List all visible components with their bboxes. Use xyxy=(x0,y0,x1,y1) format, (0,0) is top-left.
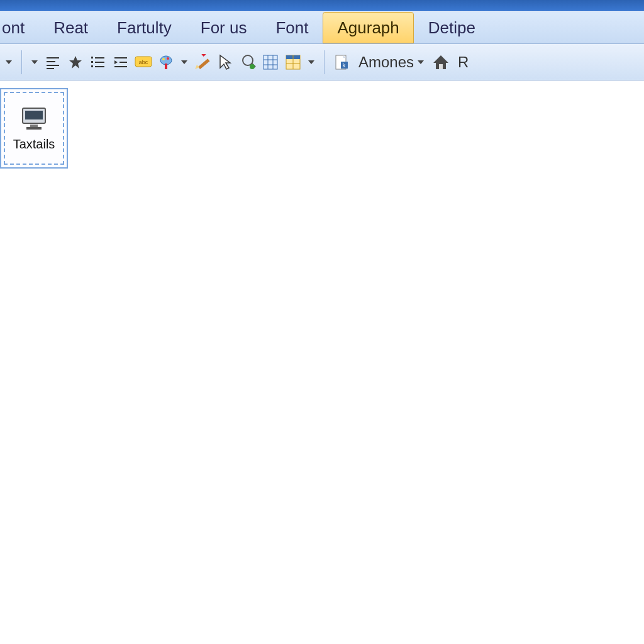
pencil-button[interactable] xyxy=(193,53,212,72)
chevron-down-icon xyxy=(6,60,12,64)
menu-item-fartulty[interactable]: Fartulty xyxy=(103,12,186,43)
svg-marker-24 xyxy=(220,55,230,69)
table-icon xyxy=(263,55,278,70)
menu-label: ont xyxy=(2,18,25,38)
svg-rect-23 xyxy=(201,54,206,57)
separator xyxy=(21,50,22,74)
align-left-button[interactable] xyxy=(43,53,62,72)
menu-label: Aguraph xyxy=(337,18,399,38)
table-button[interactable] xyxy=(261,53,280,72)
svg-rect-28 xyxy=(264,55,277,69)
list-button[interactable] xyxy=(89,53,108,72)
r-fragment[interactable]: R xyxy=(454,53,470,71)
menu-label: Reat xyxy=(53,18,88,38)
taxtails-panel[interactable]: Taxtails xyxy=(0,88,68,169)
star-button[interactable] xyxy=(66,53,85,72)
cursor-icon xyxy=(218,54,232,70)
svg-rect-10 xyxy=(91,65,93,67)
title-bar xyxy=(0,0,644,11)
svg-rect-18 xyxy=(165,64,167,69)
link-icon xyxy=(240,54,256,70)
svg-point-20 xyxy=(167,57,169,60)
doc-icon: k xyxy=(335,54,348,70)
doc-button[interactable]: k xyxy=(332,53,351,72)
toolbar: abc k Amones R xyxy=(0,44,644,80)
grid-icon xyxy=(286,55,301,70)
svg-text:k: k xyxy=(343,62,346,69)
home-button[interactable] xyxy=(431,53,450,72)
menu-item-for-us[interactable]: For us xyxy=(186,12,262,43)
svg-point-19 xyxy=(162,58,165,60)
r-label: R xyxy=(458,53,469,71)
document-area: Taxtails xyxy=(0,80,644,644)
dropdown-2[interactable] xyxy=(30,53,40,72)
svg-rect-45 xyxy=(30,125,38,127)
menu-label: Detipe xyxy=(428,18,475,38)
amones-button[interactable]: Amones xyxy=(355,53,428,71)
pencil-icon xyxy=(194,54,211,70)
link-button[interactable] xyxy=(238,53,257,72)
svg-rect-9 xyxy=(91,61,93,63)
svg-text:abc: abc xyxy=(139,59,148,65)
tag-button[interactable]: abc xyxy=(134,53,153,72)
svg-marker-14 xyxy=(114,60,118,64)
indent-button[interactable] xyxy=(111,53,130,72)
home-icon xyxy=(432,54,450,70)
amones-label: Amones xyxy=(358,53,414,71)
tag-icon: abc xyxy=(135,56,152,69)
chevron-down-icon xyxy=(31,60,38,64)
paint-button[interactable] xyxy=(157,53,175,72)
menu-item-ont[interactable]: ont xyxy=(0,12,39,43)
dropdown-1[interactable] xyxy=(4,53,14,72)
monitor-icon xyxy=(20,106,48,131)
svg-point-17 xyxy=(160,56,172,65)
grid-button[interactable] xyxy=(284,53,303,72)
paint-icon xyxy=(158,54,174,70)
taxtails-label: Taxtails xyxy=(13,137,55,152)
svg-rect-44 xyxy=(25,111,43,119)
star-icon xyxy=(69,55,82,69)
indent-icon xyxy=(113,55,128,70)
list-icon xyxy=(91,55,106,70)
grid-dropdown[interactable] xyxy=(306,53,316,72)
svg-rect-42 xyxy=(439,64,443,69)
svg-rect-8 xyxy=(91,57,93,58)
menu-item-font[interactable]: Font xyxy=(261,12,323,43)
paint-dropdown[interactable] xyxy=(179,53,189,72)
svg-marker-22 xyxy=(195,65,199,69)
menu-item-detipe[interactable]: Detipe xyxy=(414,12,490,43)
chevron-down-icon xyxy=(181,60,187,64)
svg-marker-4 xyxy=(69,56,82,69)
chevron-down-icon xyxy=(418,60,424,64)
cursor-button[interactable] xyxy=(216,53,235,72)
align-left-icon xyxy=(45,55,60,70)
svg-rect-21 xyxy=(198,58,210,69)
menu-bar: ont Reat Fartulty For us Font Aguraph De… xyxy=(0,11,644,44)
separator xyxy=(324,50,325,74)
menu-label: Font xyxy=(275,18,308,38)
menu-label: For us xyxy=(201,18,247,38)
svg-point-27 xyxy=(250,64,255,69)
chevron-down-icon xyxy=(308,60,314,64)
menu-item-aguraph[interactable]: Aguraph xyxy=(323,12,413,43)
menu-item-reat[interactable]: Reat xyxy=(39,12,103,43)
menu-label: Fartulty xyxy=(117,18,172,38)
svg-rect-46 xyxy=(26,127,42,130)
